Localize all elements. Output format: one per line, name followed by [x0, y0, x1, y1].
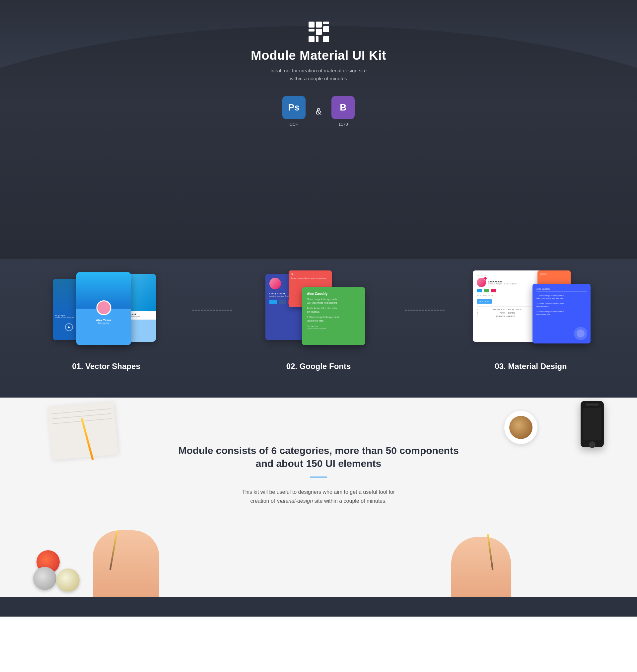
- deco-phone: [581, 401, 604, 447]
- content-divider: [310, 476, 327, 477]
- svg-rect-7: [316, 36, 318, 42]
- mockup-main-card: Alex Texas Blue group +: [76, 272, 131, 345]
- bs-label: 1170: [339, 122, 348, 127]
- footer-bar: [0, 597, 637, 617]
- f3-front-card: Alex Cassidy 1. Maecenas pellentesque nu…: [532, 284, 590, 343]
- svg-rect-2: [323, 22, 329, 24]
- ps-label: CC+: [289, 122, 298, 127]
- ps-icon: Ps: [282, 96, 306, 119]
- f2-front-card: Alex Cassidy Maecenas pellentesque nulla…: [302, 287, 365, 345]
- connector-2: [405, 310, 444, 311]
- feature-google-fonts: Carly Adams creative designer & UX/UI ge…: [232, 269, 405, 371]
- tools-row: Ps CC+ & B 1170: [282, 96, 355, 127]
- deco-hand-right: [444, 533, 511, 597]
- svg-rect-0: [309, 22, 314, 28]
- feature-1-label: 01. Vector Shapes: [72, 362, 140, 371]
- connector-1: [193, 310, 232, 311]
- bs-icon: B: [331, 96, 355, 119]
- deco-hand-left: [93, 527, 166, 597]
- ampersand: &: [315, 106, 322, 117]
- feature-material-design: BE CALLAT Carly Adams creative designer …: [444, 269, 617, 371]
- svg-rect-4: [316, 29, 322, 35]
- feature-3-label: 03. Material Design: [495, 362, 567, 371]
- hero-title: Module Material UI Kit: [251, 49, 386, 63]
- svg-rect-5: [323, 26, 329, 32]
- content-description: This kit will be useful to designers who…: [236, 488, 401, 505]
- logo-icon: [307, 20, 330, 43]
- deco-coffee: [504, 411, 538, 444]
- svg-rect-1: [316, 22, 322, 28]
- hero-subtitle: Ideal tool for creation of material desi…: [270, 67, 367, 83]
- feature-2-label: 02. Google Fonts: [286, 362, 351, 371]
- tool-ps: Ps CC+: [282, 96, 306, 127]
- feature-vector-shapes: Small bird creative web designer Mr. pen…: [20, 269, 193, 371]
- features-section: Small bird creative web designer Mr. pen…: [0, 259, 637, 398]
- content-section: Module consists of 6 categories, more th…: [0, 398, 637, 597]
- svg-rect-3: [309, 29, 314, 32]
- svg-rect-8: [323, 36, 329, 42]
- deco-notebook: [48, 402, 118, 460]
- tool-bs: B 1170: [331, 96, 355, 127]
- hero-section: Module Material UI Kit Ideal tool for cr…: [0, 0, 637, 259]
- content-title: Module consists of 6 categories, more th…: [133, 444, 504, 470]
- svg-rect-6: [309, 36, 314, 42]
